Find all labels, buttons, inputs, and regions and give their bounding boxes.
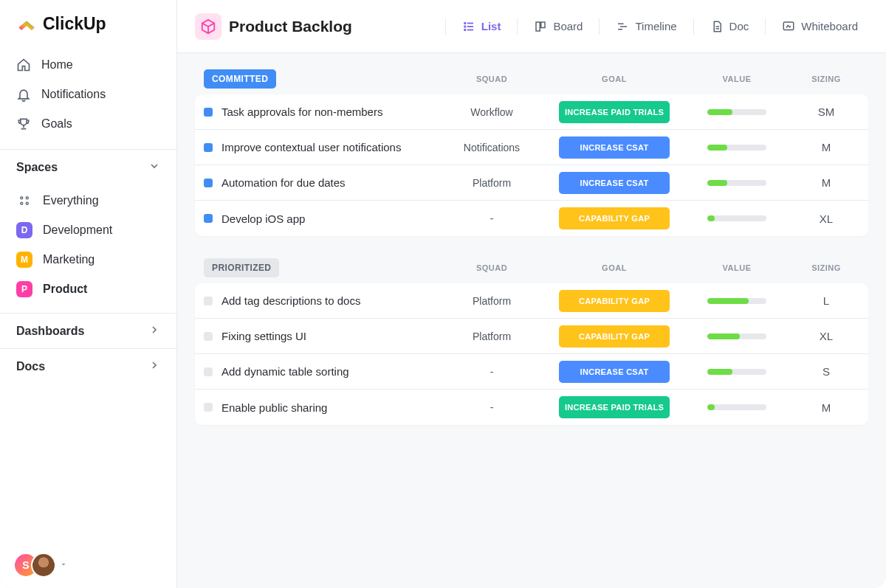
- dashboards-header[interactable]: Dashboards: [0, 313, 176, 348]
- goal-pill[interactable]: INCREASE PAID TRIALS: [559, 101, 670, 123]
- status-icon[interactable]: [204, 214, 213, 223]
- brand-name: ClickUp: [43, 14, 106, 34]
- task-name: Improve contextual user notifications: [222, 141, 401, 153]
- nav-home[interactable]: Home: [6, 50, 171, 80]
- col-value: VALUE: [693, 263, 781, 272]
- goal-pill[interactable]: CAPABILITY GAP: [559, 207, 670, 229]
- bell-icon: [16, 87, 31, 102]
- col-sizing: SIZING: [793, 263, 859, 272]
- goal-pill[interactable]: CAPABILITY GAP: [559, 325, 670, 347]
- status-icon[interactable]: [204, 367, 213, 376]
- space-everything[interactable]: Everything: [6, 186, 171, 215]
- goal-pill[interactable]: INCREASE CSAT: [559, 172, 670, 194]
- space-letter-icon: D: [16, 222, 32, 238]
- status-icon[interactable]: [204, 332, 213, 341]
- task-row[interactable]: Add tag descriptions to docs Platform CA…: [195, 283, 868, 319]
- task-name: Task approvals for non-members: [222, 106, 382, 118]
- section-label: Docs: [16, 360, 45, 373]
- task-row[interactable]: Task approvals for non-members Workflow …: [195, 94, 868, 130]
- clickup-icon: [16, 13, 37, 34]
- timeline-icon: [616, 20, 629, 33]
- docs-header[interactable]: Docs: [0, 348, 176, 384]
- space-development[interactable]: D Development: [6, 215, 171, 245]
- status-icon[interactable]: [204, 179, 213, 187]
- view-label: List: [481, 20, 501, 32]
- svg-point-8: [464, 29, 466, 30]
- section-label: Dashboards: [16, 325, 84, 338]
- user-avatars[interactable]: S: [13, 553, 68, 578]
- task-row[interactable]: Automation for due dates Platform INCREA…: [195, 165, 868, 201]
- svg-rect-11: [541, 22, 545, 28]
- group-badge[interactable]: COMMITTED: [204, 69, 276, 89]
- task-rows: Add tag descriptions to docs Platform CA…: [195, 283, 868, 425]
- view-list[interactable]: List: [452, 13, 512, 40]
- value-bar: [707, 145, 766, 151]
- col-value: VALUE: [693, 75, 781, 83]
- chevron-down-icon: [148, 160, 160, 175]
- space-marketing[interactable]: M Marketing: [6, 245, 171, 274]
- task-squad: Platform: [447, 331, 536, 342]
- value-bar: [707, 298, 766, 304]
- view-board[interactable]: Board: [523, 13, 593, 40]
- view-switcher: List Board Timeline: [442, 13, 868, 40]
- view-whiteboard[interactable]: Whiteboard: [772, 13, 868, 40]
- task-squad: -: [447, 212, 536, 224]
- view-label: Doc: [729, 20, 749, 32]
- caret-down-icon: [59, 559, 68, 571]
- list-icon: [462, 20, 475, 33]
- task-name: Fixing settings UI: [222, 330, 306, 342]
- goal-pill[interactable]: INCREASE CSAT: [559, 136, 670, 159]
- task-squad: -: [447, 366, 536, 378]
- space-product[interactable]: P Product: [6, 274, 171, 304]
- svg-point-4: [464, 22, 466, 24]
- task-row[interactable]: Add dynamic table sorting - INCREASE CSA…: [195, 354, 868, 390]
- spaces-list: Everything D Development M Marketing P P…: [0, 184, 176, 313]
- spaces-header[interactable]: Spaces: [0, 149, 176, 184]
- col-squad: SQUAD: [447, 75, 536, 83]
- brand-logo[interactable]: ClickUp: [0, 0, 176, 47]
- col-goal: GOAL: [548, 75, 681, 83]
- svg-point-6: [464, 26, 466, 27]
- view-timeline[interactable]: Timeline: [605, 13, 687, 40]
- nav-goals[interactable]: Goals: [6, 109, 171, 139]
- space-letter-icon: M: [16, 252, 32, 268]
- value-bar: [707, 369, 766, 375]
- goal-pill[interactable]: INCREASE CSAT: [559, 361, 670, 383]
- task-squad: Platform: [447, 177, 536, 189]
- task-sizing: XL: [793, 212, 859, 225]
- goal-pill[interactable]: CAPABILITY GAP: [559, 290, 670, 312]
- goal-pill[interactable]: INCREASE PAID TRIALS: [559, 396, 670, 418]
- view-doc[interactable]: Doc: [700, 13, 760, 40]
- task-row[interactable]: Develop iOS app - CAPABILITY GAP XL: [195, 201, 868, 236]
- status-icon[interactable]: [204, 403, 213, 412]
- task-sizing: M: [793, 401, 859, 414]
- grid-icon: [16, 193, 32, 209]
- task-name: Add tag descriptions to docs: [222, 294, 360, 307]
- task-sizing: XL: [793, 330, 859, 342]
- separator: [517, 18, 518, 35]
- doc-icon: [710, 20, 724, 33]
- task-row[interactable]: Enable public sharing - INCREASE PAID TR…: [195, 390, 868, 425]
- task-name: Develop iOS app: [222, 212, 305, 225]
- status-icon[interactable]: [204, 143, 213, 152]
- nav-label: Home: [41, 58, 73, 72]
- task-squad: Notifications: [447, 142, 536, 153]
- task-row[interactable]: Improve contextual user notifications No…: [195, 130, 868, 165]
- view-label: Whiteboard: [801, 20, 858, 32]
- svg-point-1: [26, 197, 28, 199]
- avatar-teammate[interactable]: [31, 553, 56, 578]
- task-sizing: M: [793, 141, 859, 153]
- status-icon[interactable]: [204, 108, 213, 117]
- value-bar: [707, 404, 766, 410]
- trophy-icon: [16, 117, 31, 131]
- nav-notifications[interactable]: Notifications: [6, 80, 171, 109]
- space-label: Development: [43, 224, 112, 237]
- status-icon[interactable]: [204, 297, 213, 305]
- task-row[interactable]: Fixing settings UI Platform CAPABILITY G…: [195, 319, 868, 354]
- separator: [693, 18, 694, 35]
- separator: [445, 18, 446, 35]
- group-committed: COMMITTED SQUAD GOAL VALUE SIZING Task a…: [195, 69, 868, 236]
- group-badge[interactable]: PRIORITIZED: [204, 258, 279, 277]
- task-sizing: S: [793, 365, 859, 378]
- view-label: Board: [553, 20, 583, 32]
